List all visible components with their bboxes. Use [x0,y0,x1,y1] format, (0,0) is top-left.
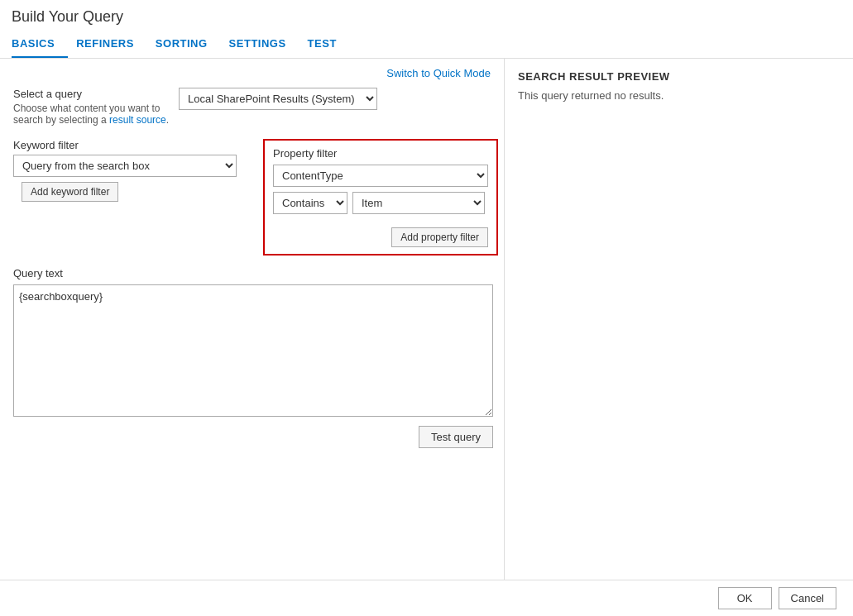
left-panel: Switch to Quick Mode Select a query Choo… [0,59,505,609]
property-filter-row1: ContentType [273,165,488,187]
select-query-row: Select a query Choose what content you w… [13,88,491,126]
tabs-bar: BASICS REFINERS SORTING SETTINGS TEST [0,31,853,59]
select-query-dropdown[interactable]: Local SharePoint Results (System) [179,88,377,110]
switch-quick-mode-link[interactable]: Switch to Quick Mode [386,67,491,79]
select-query-label-col: Select a query Choose what content you w… [13,88,179,126]
page-title: Build Your Query [0,0,853,31]
add-property-filter-button[interactable]: Add property filter [391,227,488,247]
search-preview-text: This query returned no results. [518,89,840,102]
keyword-filter-dropdown[interactable]: Query from the search box [13,155,237,177]
filters-row: Keyword filter Query from the search box… [13,139,491,255]
test-query-button[interactable]: Test query [419,426,493,448]
test-query-row: Test query [13,426,493,448]
select-query-sublabel: Choose what content you want to search b… [13,103,170,126]
add-keyword-filter-button[interactable]: Add keyword filter [22,182,118,202]
property-filter-row2: Contains Item [273,192,488,214]
bottom-bar: OK Cancel [0,580,853,616]
property-filter-col: Property filter ContentType Contains Ite… [263,139,498,255]
query-text-section: Query text Test query [13,267,491,448]
tab-sorting[interactable]: SORTING [156,31,221,58]
tab-settings[interactable]: SETTINGS [229,31,300,58]
property-filter-dropdown[interactable]: ContentType [273,165,488,187]
property-filter-label: Property filter [273,147,488,160]
ok-button[interactable]: OK [718,587,772,609]
item-dropdown[interactable]: Item [352,192,485,214]
search-preview-title: SEARCH RESULT PREVIEW [518,70,840,83]
tab-refiners[interactable]: REFINERS [76,31,147,58]
select-query-control-col: Local SharePoint Results (System) [179,88,491,110]
query-text-label: Query text [13,267,491,279]
right-panel: SEARCH RESULT PREVIEW This query returne… [505,59,853,609]
contains-dropdown[interactable]: Contains [273,192,347,214]
tab-test[interactable]: TEST [308,31,350,58]
tab-basics[interactable]: BASICS [12,31,68,58]
select-query-label: Select a query [13,88,170,100]
main-layout: Switch to Quick Mode Select a query Choo… [0,59,853,609]
keyword-filter-label: Keyword filter [13,139,253,151]
result-source-link[interactable]: result source [109,114,166,126]
query-text-area[interactable] [13,284,493,417]
switch-quick-mode-row: Switch to Quick Mode [13,67,491,88]
cancel-button[interactable]: Cancel [779,587,836,609]
keyword-filter-col: Keyword filter Query from the search box… [13,139,253,202]
